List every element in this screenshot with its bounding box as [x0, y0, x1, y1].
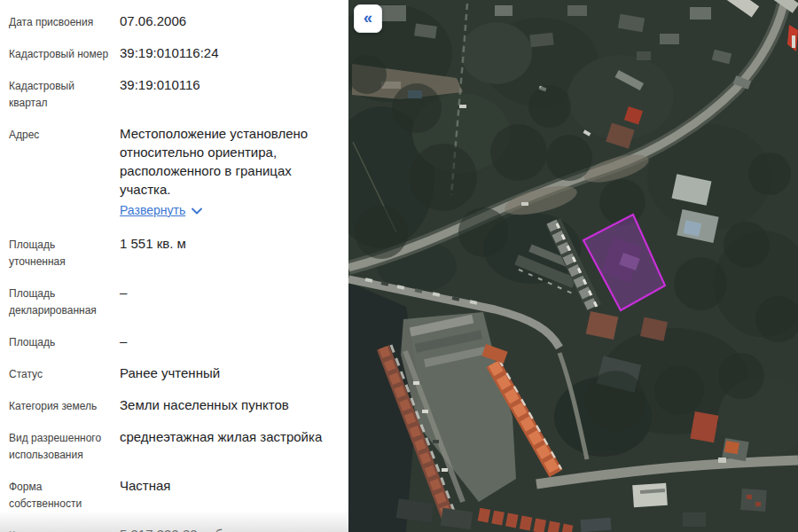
field-value: среднеэтажная жилая застройка	[120, 427, 338, 464]
info-row-cadastral-value: Кадастровая стоимость 5 317 339,83 руб.	[9, 525, 338, 532]
field-value: 5 317 339,83 руб.	[120, 525, 338, 532]
field-label: Кадастровый номер	[9, 43, 120, 63]
info-row-cadastral-block: Кадастровый квартал 39:19:010116	[9, 75, 338, 112]
info-row-ownership: Форма собственности Частная	[9, 476, 338, 512]
satellite-imagery	[348, 0, 798, 532]
info-row-status: Статус Ранее учтенный	[9, 364, 338, 383]
chevron-down-icon	[192, 207, 202, 215]
info-row-land-category: Категория земель Земли населенных пункто…	[9, 395, 338, 415]
field-value: Местоположение установлено относительно …	[120, 124, 338, 220]
expand-label: Развернуть	[120, 201, 185, 220]
field-value: –	[120, 283, 338, 319]
field-label: Кадастровая стоимость	[9, 525, 120, 532]
cadastral-app: Дата присвоения 07.06.2006 Кадастровый н…	[0, 0, 798, 532]
field-label: Адрес	[9, 124, 120, 220]
field-value: 07.06.2006	[120, 12, 338, 31]
field-label: Площадь	[9, 332, 120, 351]
field-label: Категория земель	[9, 395, 120, 415]
field-label: Форма собственности	[9, 476, 120, 512]
info-row-permitted-use: Вид разрешенного использования среднеэта…	[9, 427, 338, 464]
field-value: 39:19:010116:24	[120, 43, 338, 63]
field-label: Статус	[9, 364, 120, 383]
parcel-info-panel: Дата присвоения 07.06.2006 Кадастровый н…	[0, 0, 348, 532]
field-value: 39:19:010116	[120, 75, 338, 112]
info-row-area-refined: Площадь уточненная 1 551 кв. м	[9, 234, 338, 270]
collapse-panel-button[interactable]: «	[354, 4, 382, 33]
address-text: Местоположение установлено относительно …	[120, 126, 308, 197]
info-row-date: Дата присвоения 07.06.2006	[9, 12, 338, 31]
info-row-address: Адрес Местоположение установлено относит…	[9, 124, 338, 220]
field-value: –	[120, 332, 338, 351]
field-label: Кадастровый квартал	[9, 75, 120, 112]
info-row-area: Площадь –	[9, 332, 338, 351]
field-value: Частная	[120, 476, 338, 512]
field-value: Земли населенных пунктов	[120, 395, 338, 415]
field-label: Дата присвоения	[9, 12, 120, 31]
field-label: Площадь уточненная	[9, 234, 120, 270]
info-row-area-declared: Площадь декларированная –	[9, 283, 338, 319]
info-row-cadastral-number: Кадастровый номер 39:19:010116:24	[9, 43, 338, 63]
field-label: Площадь декларированная	[9, 283, 120, 319]
expand-address-link[interactable]: Развернуть	[120, 201, 202, 220]
field-value: Ранее учтенный	[120, 364, 338, 383]
map-viewport[interactable]: «	[348, 0, 798, 532]
field-label: Вид разрешенного использования	[9, 427, 120, 464]
field-value: 1 551 кв. м	[120, 234, 338, 270]
